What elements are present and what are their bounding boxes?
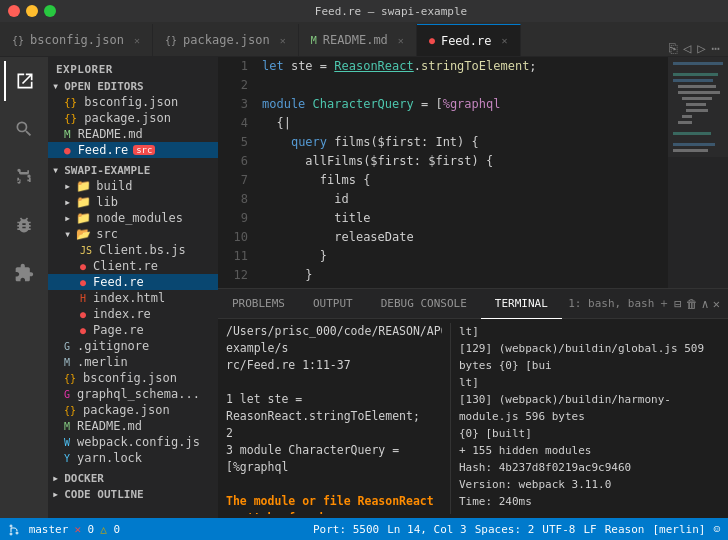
- line-numbers: 1234 5678 9101112 13141516 17181920: [218, 57, 254, 288]
- terminal-line: Version: webpack 3.11.0: [459, 476, 720, 493]
- folder-label: lib: [96, 195, 118, 209]
- open-editor-feed[interactable]: ● Feed.re src: [48, 142, 218, 158]
- file-package-json[interactable]: {} package.json: [48, 402, 218, 418]
- minimize-button[interactable]: [26, 5, 38, 17]
- tab-close[interactable]: ✕: [501, 35, 507, 46]
- file-graphql-schema[interactable]: G graphql_schema...: [48, 386, 218, 402]
- open-editors-label: OPEN EDITORS: [64, 80, 143, 93]
- folder-lib[interactable]: ▸ 📁 lib: [48, 194, 218, 210]
- merlin-icon: M: [64, 357, 70, 368]
- tab-bsconfig[interactable]: {} bsconfig.json ✕: [0, 24, 153, 56]
- merlin-status[interactable]: [merlin]: [652, 523, 705, 536]
- folder-src[interactable]: ▾ 📂 src: [48, 226, 218, 242]
- split-editor-icon[interactable]: ⎘: [669, 40, 677, 56]
- cursor-position[interactable]: Ln 14, Col 3: [387, 523, 466, 536]
- encoding[interactable]: UTF-8: [542, 523, 575, 536]
- file-readme[interactable]: M README.md: [48, 418, 218, 434]
- chevron-right-icon: ▸: [52, 487, 59, 501]
- file-feed-re[interactable]: ● Feed.re: [48, 274, 218, 290]
- chevron-down-icon: ▾: [64, 227, 71, 241]
- file-page-re[interactable]: ● Page.re: [48, 322, 218, 338]
- file-gitignore[interactable]: G .gitignore: [48, 338, 218, 354]
- extensions-icon[interactable]: [4, 253, 44, 293]
- search-icon[interactable]: [4, 109, 44, 149]
- open-editor-label: bsconfig.json: [84, 95, 178, 109]
- warning-count[interactable]: △ 0: [100, 523, 120, 536]
- debug-icon[interactable]: [4, 205, 44, 245]
- close-button[interactable]: [8, 5, 20, 17]
- terminal-line: 1 let ste = ReasonReact.stringToElement;: [226, 391, 442, 425]
- status-right: Port: 5500 Ln 14, Col 3 Spaces: 2 UTF-8 …: [313, 523, 720, 536]
- split-terminal-icon[interactable]: ⊟: [674, 297, 681, 311]
- nav-forward-icon[interactable]: ▷: [697, 40, 705, 56]
- open-editor-package[interactable]: {} package.json: [48, 110, 218, 126]
- file-label: Page.re: [93, 323, 144, 337]
- file-label: webpack.config.js: [77, 435, 200, 449]
- tab-close[interactable]: ✕: [134, 35, 140, 46]
- file-client-re[interactable]: ● Client.re: [48, 258, 218, 274]
- tab-feed[interactable]: ● Feed.re ✕: [417, 24, 521, 56]
- status-bar: master ✕ 0 △ 0 Port: 5500 Ln 14, Col 3 S…: [0, 518, 728, 540]
- chevron-right-icon: ▸: [64, 195, 71, 209]
- more-actions-icon[interactable]: ⋯: [712, 40, 720, 56]
- chevron-up-icon[interactable]: ∧: [702, 297, 709, 311]
- open-editors-header[interactable]: ▾ OPEN EDITORS: [48, 78, 218, 94]
- maximize-button[interactable]: [44, 5, 56, 17]
- file-index-html[interactable]: H index.html: [48, 290, 218, 306]
- add-terminal-icon[interactable]: ＋: [658, 295, 670, 312]
- file-label: graphql_schema...: [77, 387, 200, 401]
- file-label: README.md: [77, 419, 142, 433]
- port-status[interactable]: Port: 5500: [313, 523, 379, 536]
- line-ending[interactable]: LF: [583, 523, 596, 536]
- panel-actions: 1: bash, bash ＋ ⊟ 🗑 ∧ ✕: [568, 295, 728, 312]
- code-outline-header[interactable]: ▸ CODE OUTLINE: [48, 486, 218, 502]
- nav-back-icon[interactable]: ◁: [683, 40, 691, 56]
- problems-tab[interactable]: PROBLEMS: [218, 289, 299, 319]
- file-webpack[interactable]: W webpack.config.js: [48, 434, 218, 450]
- terminal-line: /Users/prisc_000/code/REASON/APOLLO/swap…: [226, 323, 442, 357]
- file-label: Feed.re: [93, 275, 144, 289]
- tab-package[interactable]: {} package.json ✕: [153, 24, 299, 56]
- error-count[interactable]: ✕ 0: [74, 523, 94, 536]
- tab-close[interactable]: ✕: [398, 35, 404, 46]
- source-control-icon[interactable]: [4, 157, 44, 197]
- folder-node-modules[interactable]: ▸ 📁 node_modules: [48, 210, 218, 226]
- file-label: Client.re: [93, 259, 158, 273]
- window-title: Feed.re — swapi-example: [62, 5, 720, 18]
- folder-label: node_modules: [96, 211, 183, 225]
- output-tab[interactable]: OUTPUT: [299, 289, 367, 319]
- language-mode[interactable]: Reason: [605, 523, 645, 536]
- tab-close[interactable]: ✕: [280, 35, 286, 46]
- close-panel-icon[interactable]: ✕: [713, 297, 720, 311]
- terminal-line: 2: [226, 425, 442, 442]
- git-branch[interactable]: master: [8, 523, 68, 536]
- git-icon: G: [64, 341, 70, 352]
- title-bar: Feed.re — swapi-example: [0, 0, 728, 22]
- file-index-re[interactable]: ● index.re: [48, 306, 218, 322]
- md-icon: M: [64, 421, 70, 432]
- trash-icon[interactable]: 🗑: [686, 297, 698, 311]
- terminal-content[interactable]: /Users/prisc_000/code/REASON/APOLLO/swap…: [218, 319, 728, 518]
- json-icon: {}: [64, 373, 76, 384]
- code-editor[interactable]: 1234 5678 9101112 13141516 17181920 let …: [218, 57, 728, 288]
- open-editor-label: README.md: [78, 127, 143, 141]
- chevron-right-icon: ▸: [64, 179, 71, 193]
- explorer-icon[interactable]: [4, 61, 44, 101]
- open-editor-bsconfig[interactable]: {} bsconfig.json: [48, 94, 218, 110]
- file-merlin[interactable]: M .merlin: [48, 354, 218, 370]
- smiley-icon[interactable]: ☺: [713, 523, 720, 536]
- tab-readme[interactable]: M README.md ✕: [299, 24, 417, 56]
- problems-label: PROBLEMS: [232, 297, 285, 310]
- open-editor-label: Feed.re: [78, 143, 129, 157]
- docker-header[interactable]: ▸ DOCKER: [48, 470, 218, 486]
- folder-open-icon: 📂: [76, 227, 91, 241]
- file-bsconfig[interactable]: {} bsconfig.json: [48, 370, 218, 386]
- folder-build[interactable]: ▸ 📁 build: [48, 178, 218, 194]
- project-header[interactable]: ▾ SWAPI-EXAMPLE: [48, 162, 218, 178]
- indentation[interactable]: Spaces: 2: [475, 523, 535, 536]
- terminal-tab[interactable]: TERMINAL: [481, 289, 562, 319]
- open-editor-readme[interactable]: M README.md: [48, 126, 218, 142]
- file-yarn-lock[interactable]: Y yarn.lock: [48, 450, 218, 466]
- debug-console-tab[interactable]: DEBUG CONSOLE: [367, 289, 481, 319]
- file-client-bs[interactable]: JS Client.bs.js: [48, 242, 218, 258]
